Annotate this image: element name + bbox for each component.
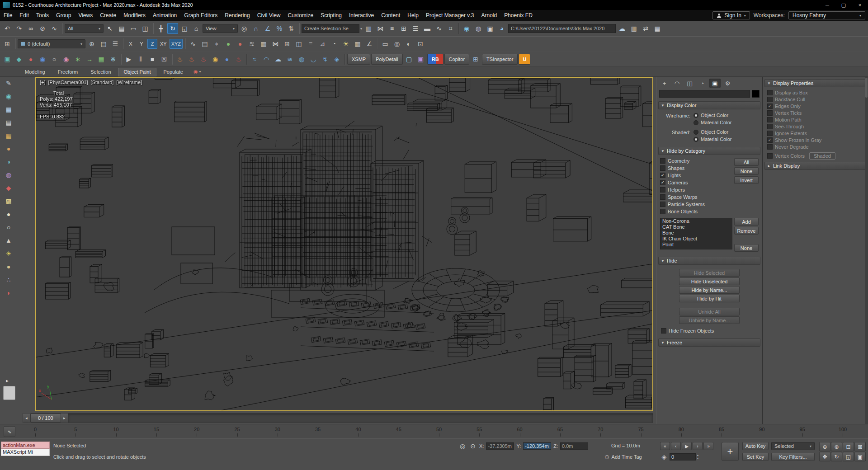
plugin-blue-drop-icon[interactable]: ◉ [37, 54, 48, 65]
splash-icon[interactable]: ◡ [308, 54, 319, 65]
undo-icon[interactable]: ↶ [2, 23, 13, 34]
list-item[interactable]: Point [660, 242, 732, 248]
axis-constraint-z[interactable]: Z [147, 39, 157, 49]
red-status-icon[interactable]: ● [235, 38, 245, 49]
ribbon-tab-selection[interactable]: Selection [85, 68, 117, 76]
viewport-config-icon[interactable]: ▦ [258, 38, 269, 49]
axis-constraint-y[interactable]: Y [137, 39, 146, 49]
menu-modifiers[interactable]: Modifiers [120, 10, 149, 21]
axis-constraint-x[interactable]: X [126, 39, 136, 49]
menu-civil-view[interactable]: Civil View [254, 10, 284, 21]
statistics-icon[interactable]: ≋ [246, 38, 257, 49]
checkbox-box[interactable] [660, 202, 665, 207]
close-button[interactable]: × [852, 0, 868, 10]
menu-create[interactable]: Create [96, 10, 120, 21]
liquid-icon[interactable]: ● [222, 54, 232, 65]
modify-tab-icon[interactable]: ◠ [671, 79, 683, 88]
align-tool-icon[interactable]: ≡ [305, 38, 316, 49]
create-new-layer-icon[interactable]: ⊕ [86, 38, 97, 49]
normal-align-icon[interactable]: ⊿ [317, 38, 328, 49]
next-frame-button[interactable]: › [693, 442, 703, 450]
left-toolbar-icon-16[interactable]: ∴ [3, 274, 14, 285]
plugin-grid-icon[interactable]: ▦ [96, 54, 107, 65]
rb-plugin-button[interactable]: RB [427, 54, 443, 65]
radio-dot[interactable] [693, 113, 698, 118]
select-object-icon[interactable]: ↖ [104, 23, 115, 34]
set-key-button[interactable]: Set Key [742, 453, 769, 461]
go-to-start-button[interactable]: « [660, 442, 670, 450]
button-add[interactable]: Add [734, 218, 759, 226]
radio-wireframe-material-color[interactable]: Material Color [693, 120, 731, 125]
select-by-name-icon[interactable]: ▤ [116, 23, 127, 34]
rollout-header[interactable]: ▼ Hide [658, 257, 760, 265]
menu-tools[interactable]: Tools [33, 10, 52, 21]
pan-view-icon[interactable]: ✥ [819, 452, 830, 461]
menu-animation[interactable]: Animation [149, 10, 180, 21]
align-icon[interactable]: ≡ [387, 23, 397, 34]
left-toolbar-icon-2[interactable]: ◉ [3, 91, 14, 102]
scrollbar-thumb[interactable] [865, 78, 868, 98]
left-toolbar-icon-17[interactable]: ◗ [3, 287, 14, 298]
category-listbox[interactable]: Non-CoronaCAT BoneBoneIK Chain ObjectPoi… [660, 218, 732, 249]
plugin-cube-icon[interactable]: ▣ [2, 54, 13, 65]
curve-editor-icon[interactable]: ∿ [434, 23, 444, 34]
menu-phoenix-fd[interactable]: Phoenix FD [500, 10, 536, 21]
ripple-icon[interactable]: ≋ [284, 54, 295, 65]
select-and-scale-icon[interactable]: ◱ [179, 23, 190, 34]
sign-in-button[interactable]: Sign In ▾ [712, 11, 750, 19]
plugin-diamond-icon[interactable]: ◆ [14, 54, 24, 65]
purple-plugin-icon[interactable]: ▣ [415, 54, 426, 65]
rollout-header[interactable]: ▼ Display Color [658, 101, 760, 109]
viewport-tabs-arrow-button[interactable]: ▸ [4, 377, 11, 384]
checkbox-box[interactable]: ✓ [660, 180, 665, 185]
reference-coordinate-dropdown[interactable]: View ▾ [203, 24, 238, 33]
fire-effect-icon[interactable]: ♨ [175, 54, 185, 65]
isolate-icon[interactable]: ◎ [392, 38, 402, 49]
use-pivot-point-icon[interactable]: ◎ [239, 23, 250, 34]
foam-icon[interactable]: ◍ [296, 54, 307, 65]
lightning-icon[interactable]: ↯ [320, 54, 330, 65]
button-invert[interactable]: Invert [734, 176, 759, 184]
render-production-icon[interactable]: ◕ [496, 23, 507, 34]
gem-icon[interactable]: ◈ [331, 54, 342, 65]
light-icon[interactable]: ☀ [340, 38, 351, 49]
menu-views[interactable]: Views [75, 10, 96, 21]
plugin-pink-icon[interactable]: ◉ [61, 54, 71, 65]
scene-converter-icon[interactable]: ⇄ [640, 23, 651, 34]
array-icon[interactable]: ⊞ [282, 38, 292, 49]
listener-script-line[interactable]: MAXScript Mi [1, 449, 50, 456]
time-slider-left-arrow[interactable]: ◂ [23, 414, 30, 423]
button-all[interactable]: All [734, 158, 759, 166]
left-toolbar-icon-7[interactable]: ◑ [3, 156, 14, 167]
menu-group[interactable]: Group [52, 10, 75, 21]
ribbon-config-button[interactable]: ◉ ▾ [190, 67, 205, 76]
timeline-ruler[interactable]: 0510152025303540455055606570758085909510… [35, 424, 843, 438]
menu-arnold[interactable]: Arnold [477, 10, 500, 21]
left-toolbar-icon-12[interactable]: ○ [3, 222, 14, 233]
play-preview-icon[interactable]: ▶ [123, 54, 134, 65]
button-hide-by-name[interactable]: Hide by Name... [679, 286, 740, 294]
list-item[interactable]: Bone [660, 230, 732, 236]
time-slider-right-arrow[interactable]: ▸ [61, 414, 68, 423]
workspace-icon[interactable]: ▦ [652, 23, 663, 34]
button-hide-by-hit[interactable]: Hide by Hit [679, 295, 740, 302]
select-and-link-icon[interactable]: ∞ [25, 23, 36, 34]
current-frame-field[interactable] [670, 453, 696, 461]
key-filters-button[interactable]: Key Filters... [771, 453, 815, 461]
list-item[interactable]: IK Chain Object [660, 236, 732, 242]
rendered-frame-window-icon[interactable]: ▣ [485, 23, 495, 34]
polydetail-button[interactable]: PolyDetail [371, 54, 403, 65]
menu-project-manager-v-3[interactable]: Project Manager v.3 [422, 10, 478, 21]
toggle-layer-explorer-icon[interactable]: ☰ [410, 23, 421, 34]
rollout-header[interactable]: ▼ Freeze [658, 338, 760, 347]
panel-scrollbar[interactable] [865, 77, 868, 424]
xsmp-button[interactable]: XSMP [347, 54, 370, 65]
minimize-button[interactable]: ─ [819, 0, 835, 10]
viewport-layout-icon[interactable]: ▣ [854, 452, 866, 461]
checkbox-box[interactable] [660, 187, 665, 193]
left-toolbar-icon-9[interactable]: ◆ [3, 183, 14, 193]
snaps-toggle-icon[interactable]: ∩ [250, 23, 261, 34]
y-coordinate-field[interactable] [523, 442, 551, 450]
go-to-end-button[interactable]: » [703, 442, 713, 450]
tsinspector-button[interactable]: TSInspector [482, 54, 518, 65]
